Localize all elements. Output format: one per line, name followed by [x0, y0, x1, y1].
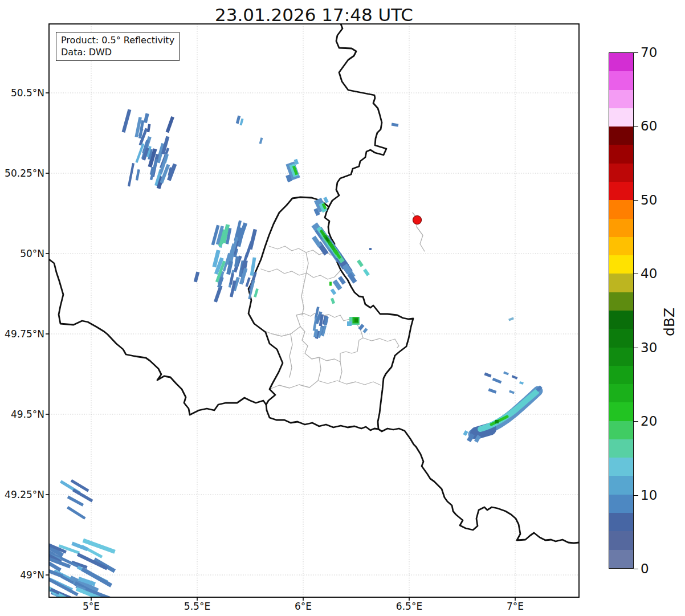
colorbar-segment — [609, 255, 633, 274]
colorbar-segment — [609, 329, 633, 347]
border-fr-lu — [266, 405, 378, 430]
y-tick-label: 50°N — [0, 248, 44, 259]
colorbar-segment — [609, 90, 633, 108]
colorbar-tick-label: 20 — [641, 414, 657, 429]
colorbar-segment — [609, 366, 633, 384]
y-tick-label: 49°N — [0, 569, 44, 581]
colorbar-segment — [609, 108, 633, 127]
product-info-box: Product: 0.5° Reflectivity Data: DWD — [56, 32, 180, 61]
colorbar-segment — [609, 402, 633, 421]
y-tick-label: 49.25°N — [0, 489, 44, 500]
colorbar-segment — [609, 127, 633, 145]
border-be-de — [329, 24, 386, 207]
colorbar-segment — [609, 237, 633, 255]
axis-tick-marks — [46, 93, 515, 601]
x-tick-label: 5°E — [66, 601, 117, 612]
colorbar-segment — [609, 71, 633, 89]
colorbar-segment — [609, 458, 633, 476]
colorbar-tick-mark — [634, 495, 638, 496]
colorbar-tick-mark — [634, 274, 638, 274]
radar-figure: 23.01.2026 17:48 UTC — [0, 0, 685, 616]
colorbar-segment — [609, 311, 633, 329]
colorbar-segment — [609, 274, 633, 292]
colorbar-tick-label: 30 — [641, 340, 657, 355]
data-source-line: Data: DWD — [61, 46, 174, 58]
radar-site-marker — [413, 216, 422, 225]
y-tick-label: 49.75°N — [0, 328, 44, 340]
colorbar-tick-mark — [634, 348, 638, 348]
colorbar-tick-label: 50 — [641, 193, 657, 207]
colorbar-segment — [609, 219, 633, 237]
colorbar-tick-label: 60 — [641, 119, 657, 133]
colorbar-segment — [609, 145, 633, 163]
colorbar-segment — [609, 439, 633, 458]
x-tick-label: 6°E — [278, 601, 329, 612]
colorbar-tick-label: 10 — [641, 488, 657, 503]
colorbar-segment — [609, 550, 633, 568]
colorbar-unit-label: dBZ — [661, 308, 678, 336]
colorbar-segment — [609, 348, 633, 366]
y-tick-label: 49.5°N — [0, 409, 44, 420]
border-fr-de — [378, 429, 579, 543]
y-tick-label: 50.5°N — [0, 87, 44, 99]
x-tick-label: 7°E — [490, 601, 541, 612]
colorbar-segment — [609, 384, 633, 402]
x-tick-label: 6.5°E — [384, 601, 435, 612]
colorbar-segment — [609, 53, 633, 71]
colorbar-tick-label: 0 — [641, 561, 649, 576]
x-tick-label: 5.5°E — [172, 601, 223, 612]
colorbar-tick-mark — [634, 569, 638, 569]
colorbar-tick-mark — [634, 126, 638, 127]
map-canvas — [0, 0, 685, 616]
marker-layer — [413, 216, 422, 225]
colorbar-segment — [609, 531, 633, 549]
colorbar — [609, 52, 634, 569]
colorbar-tick-mark — [634, 421, 638, 422]
product-line: Product: 0.5° Reflectivity — [61, 34, 174, 46]
colorbar-segment — [609, 476, 633, 494]
colorbar-segment — [609, 164, 633, 182]
border-lu-de — [325, 207, 413, 429]
national-borders — [49, 24, 579, 543]
canton-borders — [254, 213, 425, 389]
colorbar-tick-label: 70 — [641, 45, 657, 60]
colorbar-tick-mark — [634, 200, 638, 201]
radar-echoes — [34, 109, 543, 607]
colorbar-segment — [609, 513, 633, 531]
colorbar-tick-mark — [634, 52, 638, 53]
colorbar-segment — [609, 182, 633, 200]
colorbar-tick-label: 40 — [641, 266, 657, 281]
colorbar-segment — [609, 200, 633, 218]
colorbar-segment — [609, 421, 633, 439]
colorbar-segment — [609, 292, 633, 311]
y-tick-label: 50.25°N — [0, 168, 44, 179]
colorbar-segment — [609, 495, 633, 513]
